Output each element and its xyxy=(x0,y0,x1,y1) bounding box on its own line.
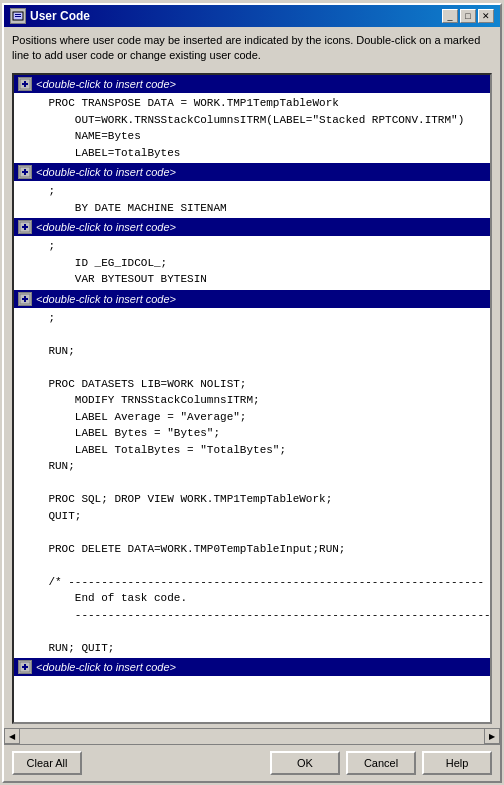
insert-icon-5 xyxy=(18,660,32,674)
insert-label-2: <double-click to insert code> xyxy=(36,166,176,178)
svg-rect-2 xyxy=(15,16,21,17)
user-code-window: User Code _ □ ✕ Positions where user cod… xyxy=(2,3,502,783)
svg-rect-11 xyxy=(24,224,26,230)
help-button[interactable]: Help xyxy=(422,751,492,775)
scroll-right-button[interactable]: ▶ xyxy=(484,728,500,744)
svg-rect-14 xyxy=(24,296,26,302)
cancel-button[interactable]: Cancel xyxy=(346,751,416,775)
description-area: Positions where user code may be inserte… xyxy=(4,27,500,70)
insert-row-5[interactable]: <double-click to insert code> xyxy=(14,658,490,676)
title-bar: User Code _ □ ✕ xyxy=(4,5,500,27)
svg-rect-17 xyxy=(24,664,26,670)
code-container[interactable]: <double-click to insert code> PROC TRANS… xyxy=(12,73,492,723)
window-title: User Code xyxy=(30,9,90,23)
code-block-3: ; ID _EG_IDCOL_; VAR BYTESOUT BYTESIN xyxy=(14,236,490,290)
svg-rect-5 xyxy=(24,81,26,87)
title-buttons: _ □ ✕ xyxy=(442,9,494,23)
scroll-left-button[interactable]: ◀ xyxy=(4,728,20,744)
minimize-button[interactable]: _ xyxy=(442,9,458,23)
window-icon xyxy=(10,8,26,24)
insert-label-1: <double-click to insert code> xyxy=(36,78,176,90)
insert-label-3: <double-click to insert code> xyxy=(36,221,176,233)
insert-row-4[interactable]: <double-click to insert code> xyxy=(14,290,490,308)
code-block-4: ; RUN; PROC DATASETS LIB=WORK NOLIST; MO… xyxy=(14,308,490,659)
insert-row-2[interactable]: <double-click to insert code> xyxy=(14,163,490,181)
insert-icon-1 xyxy=(18,77,32,91)
code-block-1: PROC TRANSPOSE DATA = WORK.TMP1TempTable… xyxy=(14,93,490,163)
ok-button[interactable]: OK xyxy=(270,751,340,775)
insert-row-1[interactable]: <double-click to insert code> xyxy=(14,75,490,93)
insert-icon-4 xyxy=(18,292,32,306)
code-inner: <double-click to insert code> PROC TRANS… xyxy=(14,75,490,721)
code-block-2: ; BY DATE MACHINE SITENAM xyxy=(14,181,490,218)
svg-rect-1 xyxy=(15,14,21,15)
description-text: Positions where user code may be inserte… xyxy=(12,34,480,61)
insert-icon-3 xyxy=(18,220,32,234)
maximize-button[interactable]: □ xyxy=(460,9,476,23)
insert-label-5: <double-click to insert code> xyxy=(36,661,176,673)
insert-icon-2 xyxy=(18,165,32,179)
footer: Clear All OK Cancel Help xyxy=(4,744,500,781)
svg-rect-8 xyxy=(24,169,26,175)
close-button[interactable]: ✕ xyxy=(478,9,494,23)
clear-all-button[interactable]: Clear All xyxy=(12,751,82,775)
horizontal-scrollbar[interactable]: ◀ ▶ xyxy=(4,728,500,744)
scroll-track[interactable] xyxy=(20,729,484,744)
insert-row-3[interactable]: <double-click to insert code> xyxy=(14,218,490,236)
insert-label-4: <double-click to insert code> xyxy=(36,293,176,305)
